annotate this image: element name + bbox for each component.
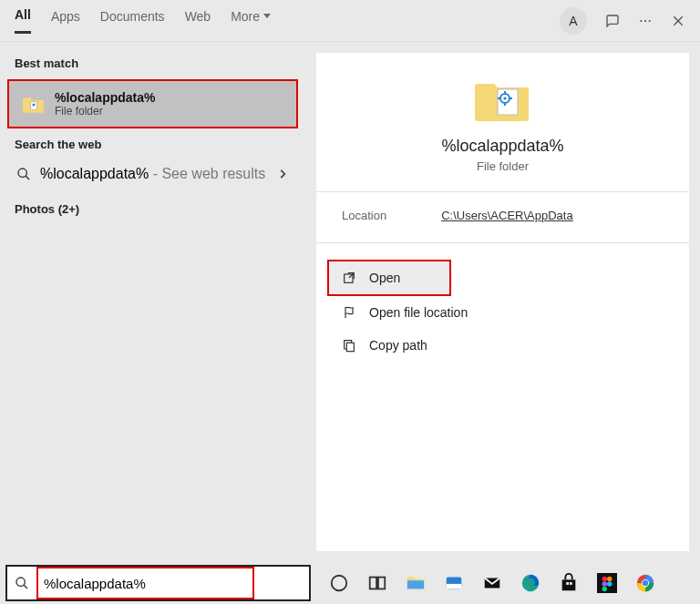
action-open-label: Open	[369, 271, 400, 285]
web-result-query: %localappdata%	[40, 166, 149, 181]
svg-rect-26	[447, 584, 462, 589]
figma-icon[interactable]	[597, 573, 617, 593]
svg-point-1	[644, 19, 646, 21]
svg-point-33	[602, 577, 608, 582]
svg-point-34	[607, 577, 612, 582]
bottom-bar	[0, 562, 700, 604]
header-actions: A	[560, 7, 685, 35]
best-match-text: %localappdata% File folder	[55, 90, 155, 118]
tab-apps[interactable]: Apps	[51, 9, 80, 33]
taskbar-icons	[316, 573, 655, 593]
preview-title: %localappdata%	[441, 137, 563, 156]
tab-more-label: More	[231, 9, 260, 24]
copy-icon	[342, 338, 356, 353]
preview-subtitle: File folder	[477, 159, 529, 173]
file-explorer-icon[interactable]	[406, 573, 426, 593]
best-match-subtitle: File folder	[55, 105, 155, 118]
action-copy-path-label: Copy path	[369, 338, 427, 353]
action-copy-path[interactable]: Copy path	[316, 329, 689, 362]
svg-point-11	[503, 97, 506, 99]
svg-point-19	[16, 578, 25, 586]
search-web-heading: Search the web	[0, 132, 305, 157]
svg-point-41	[643, 580, 648, 586]
svg-rect-29	[562, 579, 576, 590]
filter-tabs: All Apps Documents Web More	[15, 7, 271, 34]
feedback-icon[interactable]	[605, 14, 620, 28]
svg-line-8	[26, 176, 29, 179]
store-icon[interactable]	[559, 573, 579, 593]
web-result-suffix: - See web results	[149, 166, 265, 181]
search-icon	[15, 576, 29, 590]
folder-large-icon	[474, 75, 532, 124]
chevron-right-icon	[276, 168, 289, 180]
mail-icon[interactable]	[482, 573, 502, 593]
svg-rect-24	[407, 580, 424, 589]
divider	[316, 191, 689, 192]
svg-point-35	[602, 581, 608, 587]
chrome-icon[interactable]	[635, 573, 655, 593]
svg-rect-32	[597, 573, 617, 593]
svg-rect-31	[570, 582, 572, 585]
tab-more[interactable]: More	[231, 9, 271, 33]
svg-rect-23	[378, 578, 385, 589]
search-box[interactable]	[5, 565, 311, 601]
tab-web[interactable]: Web	[185, 9, 211, 33]
preview-card: %localappdata% File folder Location C:\U…	[316, 53, 689, 551]
open-icon	[342, 271, 356, 285]
search-icon	[16, 167, 31, 181]
web-result-row[interactable]: %localappdata% - See web results	[0, 157, 305, 191]
action-open-location[interactable]: Open file location	[316, 296, 689, 329]
action-open[interactable]: Open	[327, 260, 451, 296]
app-blue-icon[interactable]	[444, 573, 464, 593]
svg-point-37	[602, 587, 608, 592]
search-input-highlight	[36, 567, 254, 599]
action-open-location-label: Open file location	[369, 305, 468, 320]
tab-documents[interactable]: Documents	[100, 9, 165, 33]
best-match-heading: Best match	[0, 51, 305, 76]
preview-header: %localappdata% File folder	[316, 53, 689, 191]
svg-point-7	[18, 169, 26, 177]
preview-pane: %localappdata% File folder Location C:\U…	[305, 42, 700, 562]
folder-icon	[22, 94, 46, 114]
web-result-text: %localappdata% - See web results	[40, 166, 265, 182]
more-options-icon[interactable]	[638, 14, 653, 28]
chevron-down-icon	[263, 14, 271, 18]
search-header: All Apps Documents Web More A	[0, 0, 700, 42]
preview-meta: Location C:\Users\ACER\AppData	[316, 209, 689, 242]
svg-point-2	[649, 19, 651, 21]
best-match-result[interactable]: %localappdata% File folder	[7, 79, 298, 128]
results-pane: Best match %localappdata% File folder Se…	[0, 42, 305, 562]
cortana-icon[interactable]	[329, 573, 349, 593]
user-avatar[interactable]: A	[560, 7, 587, 35]
location-link[interactable]: C:\Users\ACER\AppData	[441, 209, 573, 222]
main-content: Best match %localappdata% File folder Se…	[0, 42, 700, 562]
photos-heading[interactable]: Photos (2+)	[0, 191, 305, 227]
svg-rect-18	[346, 343, 354, 351]
search-input[interactable]	[44, 576, 247, 591]
svg-rect-22	[370, 578, 376, 589]
location-label: Location	[342, 209, 386, 222]
svg-line-20	[24, 585, 27, 589]
divider	[316, 242, 689, 243]
svg-rect-30	[566, 582, 569, 585]
svg-point-0	[640, 19, 642, 21]
open-location-icon	[342, 305, 356, 320]
task-view-icon[interactable]	[367, 573, 387, 593]
best-match-title: %localappdata%	[55, 90, 155, 105]
tab-all[interactable]: All	[15, 7, 31, 34]
svg-point-36	[607, 581, 612, 587]
svg-point-6	[32, 104, 35, 107]
edge-icon[interactable]	[520, 573, 540, 593]
svg-point-21	[332, 576, 347, 591]
close-icon[interactable]	[671, 14, 685, 28]
